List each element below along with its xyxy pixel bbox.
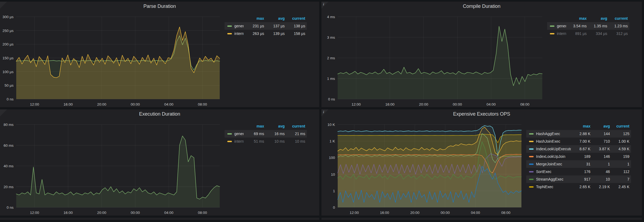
chart-area-compile-duration[interactable]: 4 ms3 ms2 ms1 ms0 ns12:0016:0020:0000:00…	[321, 11, 547, 107]
legend-value-max: 189	[571, 154, 590, 159]
x-axis-tick-label: 20:00	[419, 102, 428, 106]
y-axis-tick-label: 3 ms	[327, 35, 335, 40]
legend-header-row: maxavgcurrent	[547, 15, 629, 22]
y-axis-tick-label: 80 ms	[4, 123, 14, 127]
panel-info-icon[interactable]: i	[323, 2, 324, 6]
legend-value-current: 159	[610, 154, 629, 159]
y-axis-tick-label: 250 µs	[2, 29, 14, 33]
legend-sort-header-max[interactable]: max	[566, 16, 587, 21]
legend-series-name: IndexLookUpExecutor	[536, 147, 571, 151]
series-fill-general	[338, 26, 542, 99]
y-axis-tick-label: 0 ns	[6, 205, 14, 210]
legend-series-name: IndexLookUpJoin	[536, 154, 565, 159]
legend-value-current: 112	[610, 169, 629, 174]
y-axis-tick-label: 50 µs	[5, 83, 14, 87]
panel-title[interactable]: Compile Duration	[321, 2, 642, 11]
x-axis-tick-label: 20:00	[410, 211, 419, 215]
legend-row-TopNExec[interactable]: TopNExec2.65 K2.19 K2.45 K	[526, 183, 631, 191]
legend-sort-header-current[interactable]: current	[610, 124, 629, 128]
y-axis-tick-label: 40 ms	[4, 164, 14, 168]
series-color-swatch	[529, 186, 534, 188]
legend-parse-duration: maxavgcurrentgeneral231 µs137 µs138 µsin…	[225, 11, 319, 107]
chart-canvas[interactable]: 4 ms3 ms2 ms1 ms0 ns12:0016:0020:0000:00…	[321, 11, 547, 107]
legend-series: HashJoinExec	[529, 139, 571, 143]
panel-corner-triangle	[321, 109, 328, 116]
panel-corner-triangle	[321, 2, 328, 9]
panel-title[interactable]: Parse Duration	[0, 2, 319, 11]
next-row-panel-edge	[321, 218, 642, 220]
legend-sort-header-current[interactable]: current	[285, 124, 305, 128]
x-axis-tick-label: 08:00	[501, 211, 510, 215]
legend-sort-header-current[interactable]: current	[607, 16, 628, 21]
legend-value-avg: 334 µs	[587, 31, 607, 36]
legend-series-name: internal	[557, 31, 566, 36]
x-axis-tick-label: 08:00	[198, 102, 207, 106]
x-axis-tick-label: 16:00	[64, 211, 73, 215]
legend-sort-header-avg[interactable]: avg	[587, 16, 607, 21]
y-axis-tick-label: 300 µs	[2, 15, 14, 19]
chart-area-expensive-executors-ops[interactable]: 10 K1 K100101012:0016:0020:0000:0004:000…	[321, 119, 526, 216]
chart-canvas[interactable]: 10 K1 K100101012:0016:0020:0000:0004:000…	[321, 119, 526, 216]
dashboard-grid: Parse Duration 300 µs250 µs200 µs150 µs1…	[0, 0, 644, 216]
legend-row-internal[interactable]: internal891 µs334 µs312 µs	[547, 30, 629, 37]
legend-row-general[interactable]: general3.54 ms1.35 ms1.23 ms	[547, 22, 629, 30]
x-axis-tick-label: 20:00	[97, 102, 106, 106]
panel-corner-triangle	[0, 109, 7, 116]
legend-row-HashAggExec[interactable]: HashAggExec2.88 K144125	[526, 130, 631, 138]
legend-value-max: 176	[571, 169, 590, 174]
legend-sort-header-max[interactable]: max	[244, 124, 264, 128]
legend-series-name: internal	[234, 31, 244, 36]
panel-parse-duration: Parse Duration 300 µs250 µs200 µs150 µs1…	[0, 2, 319, 107]
legend-value-avg: 10	[590, 177, 610, 181]
legend-sort-header-max[interactable]: max	[244, 16, 264, 21]
series-fill-general	[16, 136, 220, 207]
legend-row-HashJoinExec[interactable]: HashJoinExec7.00 K7101.00 K	[526, 138, 631, 145]
legend-value-avg: 137 µs	[264, 24, 285, 28]
panel-body: 4 ms3 ms2 ms1 ms0 ns12:0016:0020:0000:00…	[321, 11, 642, 107]
chart-canvas[interactable]: 80 ms60 ms40 ms20 ms0 ns12:0016:0020:000…	[0, 119, 225, 216]
legend-row-internal[interactable]: internal263 µs139 µs158 µs	[225, 30, 307, 37]
chart-canvas[interactable]: 300 µs250 µs200 µs150 µs100 µs50 µs0 ns1…	[0, 11, 225, 107]
panel-body: 10 K1 K100101012:0016:0020:0000:0004:000…	[321, 119, 642, 216]
chart-area-parse-duration[interactable]: 300 µs250 µs200 µs150 µs100 µs50 µs0 ns1…	[0, 11, 225, 107]
x-axis-tick-label: 20:00	[97, 211, 106, 215]
legend-sort-header-max[interactable]: max	[571, 124, 590, 128]
panel-title[interactable]: Execution Duration	[0, 109, 319, 119]
y-axis-tick-label: 0 ns	[6, 97, 14, 101]
legend-value-current: 21 ms	[285, 132, 305, 136]
legend-series: HashAggExec	[529, 132, 571, 136]
y-axis-tick-label: 1 ms	[327, 77, 335, 81]
legend-series-name: StreamAggExec	[536, 177, 563, 181]
legend-sort-header-avg[interactable]: avg	[590, 124, 610, 128]
legend-execution-duration: maxavgcurrentgeneral69 ms16 ms21 msinter…	[225, 119, 319, 216]
y-axis-tick-label: 10	[331, 172, 335, 177]
panel-info-icon[interactable]: i	[323, 110, 324, 114]
legend-header-row: maxavgcurrent	[225, 15, 307, 22]
panel-body: 300 µs250 µs200 µs150 µs100 µs50 µs0 ns1…	[0, 11, 319, 107]
x-axis-tick-label: 12:00	[350, 211, 359, 215]
legend-value-max: 8.67 K	[571, 147, 590, 151]
legend-series-name: MergeJoinExec	[536, 162, 562, 166]
legend-series: general	[550, 24, 566, 28]
x-axis-tick-label: 00:00	[131, 102, 140, 106]
legend-row-internal[interactable]: internal51 ms10 ms10 ms	[225, 138, 307, 145]
legend-row-SortExec[interactable]: SortExec17646112	[526, 168, 631, 175]
legend-row-general[interactable]: general69 ms16 ms21 ms	[225, 130, 307, 138]
x-axis-tick-label: 04:00	[164, 211, 173, 215]
legend-row-IndexLookUpExecutor[interactable]: IndexLookUpExecutor8.67 K3.87 K4.59 K	[526, 145, 631, 153]
y-axis-tick-label: 60 ms	[4, 143, 14, 148]
legend-sort-header-avg[interactable]: avg	[264, 16, 285, 21]
x-axis-tick-label: 12:00	[30, 102, 39, 106]
x-axis-tick-label: 12:00	[351, 102, 361, 106]
legend-row-StreamAggExec[interactable]: StreamAggExec917107	[526, 175, 631, 183]
legend-series: IndexLookUpExecutor	[529, 147, 571, 151]
chart-area-execution-duration[interactable]: 80 ms60 ms40 ms20 ms0 ns12:0016:0020:000…	[0, 119, 225, 216]
legend-row-general[interactable]: general231 µs137 µs138 µs	[225, 22, 307, 30]
panel-title[interactable]: Expensive Executors OPS	[321, 109, 642, 119]
series-color-swatch	[550, 25, 554, 27]
legend-row-IndexLookUpJoin[interactable]: IndexLookUpJoin189146159	[526, 153, 631, 160]
legend-value-current: 1.00 K	[610, 139, 629, 143]
legend-sort-header-current[interactable]: current	[285, 16, 305, 21]
legend-row-MergeJoinExec[interactable]: MergeJoinExec3111	[526, 160, 631, 168]
legend-sort-header-avg[interactable]: avg	[264, 124, 285, 128]
